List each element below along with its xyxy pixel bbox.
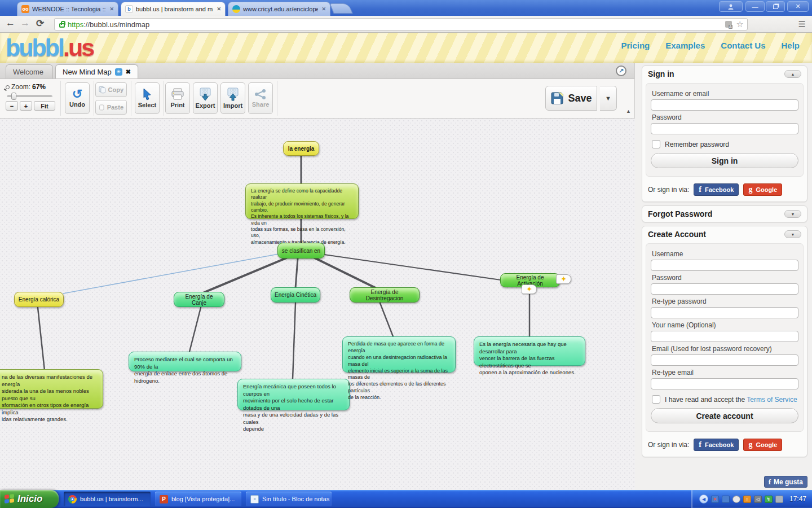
create-account-button[interactable]: Create account	[651, 408, 798, 423]
volume-icon[interactable]: ◁	[754, 496, 762, 503]
browser-tab-title: www.cricyt.edu.ar/enciclope	[243, 6, 318, 12]
cursor-icon	[142, 88, 152, 100]
your-name-input[interactable]	[651, 331, 798, 342]
zoom-out-button[interactable]: −	[6, 101, 18, 111]
save-group: Save ▼	[541, 81, 621, 116]
update-icon[interactable]: ↯	[765, 496, 773, 503]
facebook-like-button[interactable]: f Me gusta	[764, 476, 807, 488]
profile-button[interactable]	[719, 1, 743, 12]
reload-icon[interactable]: ⟳	[36, 17, 44, 29]
collapse-down-icon[interactable]: ▼	[784, 210, 801, 218]
nav-contact[interactable]: Contact Us	[721, 41, 765, 50]
alert-icon[interactable]: !	[743, 496, 751, 503]
zoom-in-button[interactable]: +	[20, 101, 32, 111]
browser-tab-bubbl[interactable]: b bubbl.us | brainstorm and mi ✕	[121, 2, 226, 16]
remember-checkbox[interactable]	[652, 140, 660, 148]
email-input[interactable]	[651, 354, 798, 366]
import-button[interactable]: Import	[220, 82, 245, 114]
tos-link[interactable]: Terms of Service	[747, 396, 797, 404]
close-map-icon[interactable]: ✖	[126, 68, 131, 76]
translate-icon[interactable]	[725, 21, 732, 28]
tray-chevron-icon[interactable]: ◀	[699, 494, 708, 503]
export-button[interactable]: Export	[193, 82, 218, 114]
network-icon[interactable]	[722, 496, 730, 503]
paste-button[interactable]: Paste	[95, 100, 127, 115]
maximize-button[interactable]	[766, 1, 785, 12]
node-activacion-desc[interactable]: Es la energía necesaria que hay que desa…	[474, 336, 585, 366]
node-calorica-desc[interactable]: na de las diversas manifestaciones de en…	[0, 369, 103, 409]
tab-welcome[interactable]: Welcome	[6, 64, 53, 78]
nav-pricing[interactable]: Pricing	[621, 41, 650, 50]
add-child-icon[interactable]: ✦	[522, 284, 537, 294]
share-button[interactable]: Share	[248, 82, 273, 114]
node-desintegracion-desc[interactable]: Perdida de masa que aparece en forma de …	[342, 336, 456, 373]
browser-tab-webnode[interactable]: oo WEBNODE :: Tecnologia :: C ✕	[17, 2, 118, 16]
zoom-value: 67%	[32, 83, 46, 91]
node-canje-desc[interactable]: Proceso mediante el cual se comporta un …	[129, 352, 241, 371]
restore-icon	[773, 5, 778, 9]
copy-icon	[99, 86, 106, 94]
undo-button[interactable]: ↺ Undo	[65, 82, 90, 114]
bubbl-logo[interactable]: bubbl.us	[6, 34, 93, 62]
create-account-panel: Create Account ▼ Username Password Re-ty…	[642, 226, 807, 457]
start-button[interactable]: Inicio	[0, 490, 59, 508]
fit-button[interactable]: Fit	[34, 101, 55, 111]
url-bar[interactable]: https://bubbl.us/mindmap ☆	[54, 18, 748, 30]
node-energia-calorica[interactable]: Energía calórica	[14, 292, 64, 307]
forgot-password-panel: Forgot Password ▼	[642, 205, 807, 222]
password-input[interactable]	[651, 123, 798, 134]
forward-icon[interactable]: →	[20, 17, 30, 29]
slider-thumb[interactable]	[11, 93, 16, 100]
tab-new-mind-map[interactable]: New Mind Map ✳ ✖	[55, 64, 138, 78]
google-signin-button[interactable]: g Google	[743, 183, 782, 196]
facebook-signin-button[interactable]: f Facebook	[694, 439, 739, 451]
taskbar-item-notepad[interactable]: ≡ Sin título - Bloc de notas	[246, 492, 332, 506]
signin-button[interactable]: Sign in	[651, 153, 798, 168]
taskbar-item-blog[interactable]: P blog [Vista protegida]...	[155, 492, 241, 506]
node-definition[interactable]: La energía se define como la capacidadde…	[245, 183, 359, 219]
node-energia-canje[interactable]: Energía de Canje	[174, 292, 224, 307]
new-tab-button[interactable]	[329, 3, 352, 14]
close-tab-icon[interactable]: ✕	[321, 6, 326, 12]
toolbar-collapse-icon[interactable]: ▲	[626, 108, 631, 114]
close-tab-icon[interactable]: ✕	[109, 6, 114, 12]
collapse-up-icon[interactable]: ▲	[784, 70, 801, 78]
usb-icon[interactable]	[775, 496, 783, 503]
menu-icon[interactable]: ☰	[798, 19, 806, 29]
network-error-icon[interactable]: ✕	[711, 496, 719, 503]
add-child-icon[interactable]: ✦	[556, 274, 571, 284]
retype-password-input[interactable]	[651, 307, 798, 318]
browser-tab-cricyt[interactable]: www.cricyt.edu.ar/enciclope ✕	[228, 2, 330, 16]
node-classifier[interactable]: se clasifican en	[277, 243, 325, 259]
node-root[interactable]: la energia	[283, 141, 319, 156]
node-energia-desintegracion[interactable]: Energía de Desintregacion	[350, 287, 420, 303]
nav-help[interactable]: Help	[781, 41, 800, 50]
zoom-slider[interactable]	[7, 93, 56, 99]
node-cinetica-desc[interactable]: Energía mecánica que poseen todos lo cue…	[237, 379, 350, 410]
node-energia-cinetica[interactable]: Energía Cinética	[271, 287, 320, 303]
copy-button[interactable]: Copy	[95, 82, 127, 97]
save-dropdown-button[interactable]: ▼	[600, 86, 617, 111]
close-button[interactable]: ✕	[787, 1, 809, 12]
bookmark-star-icon[interactable]: ☆	[736, 19, 744, 29]
back-icon[interactable]: ←	[6, 17, 15, 29]
mindmap-canvas[interactable]: la energia La energía se define como la …	[0, 119, 635, 490]
messenger-icon[interactable]	[732, 496, 740, 503]
taskbar-item-bubbl[interactable]: bubbl.us | brainstorm...	[64, 492, 151, 506]
fullscreen-icon[interactable]: ↗	[616, 65, 626, 76]
tos-checkbox[interactable]	[652, 395, 660, 404]
save-button[interactable]: Save	[545, 86, 597, 111]
close-tab-icon[interactable]: ✕	[217, 6, 221, 12]
minimize-button[interactable]: —	[745, 1, 765, 12]
select-button[interactable]: Select	[135, 82, 160, 114]
google-signin-button[interactable]: g Google	[743, 439, 782, 451]
facebook-signin-button[interactable]: f Facebook	[694, 183, 739, 196]
collapse-down-icon[interactable]: ▼	[784, 230, 801, 238]
username-input[interactable]	[651, 99, 798, 111]
create-username-input[interactable]	[651, 260, 798, 271]
print-button[interactable]: Print	[165, 82, 190, 114]
nav-examples[interactable]: Examples	[665, 41, 705, 50]
retype-email-input[interactable]	[651, 378, 798, 389]
create-password-input[interactable]	[651, 283, 798, 295]
facebook-icon: f	[699, 440, 701, 449]
